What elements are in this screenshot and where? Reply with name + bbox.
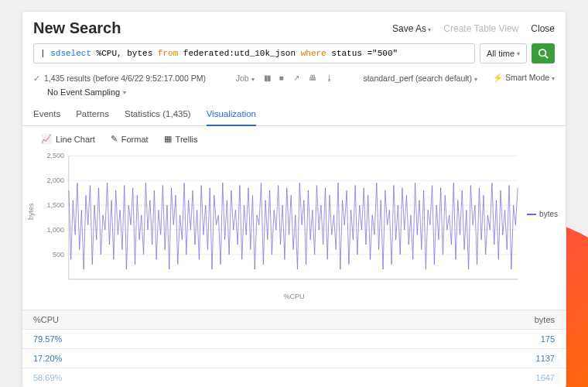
search-icon [538, 48, 549, 59]
save-as-menu[interactable]: Save As ▾ [392, 23, 431, 34]
table-row[interactable]: 17.20% 1137 [22, 349, 566, 368]
svg-text:1,000: 1,000 [46, 226, 63, 234]
share-icon[interactable]: ↗ [293, 74, 299, 82]
y-axis-label: bytes [27, 203, 35, 220]
svg-text:500: 500 [53, 251, 64, 259]
svg-point-0 [539, 50, 546, 57]
event-sampling-menu[interactable]: No Event Sampling ▾ [22, 86, 566, 103]
tab-events[interactable]: Events [33, 103, 60, 125]
search-mode[interactable]: ⚡ Smart Mode ▾ [493, 73, 555, 83]
job-menu[interactable]: Job ▾ [236, 74, 255, 83]
format-button[interactable]: ✎ Format [111, 134, 149, 144]
caret-down-icon: ▾ [517, 50, 520, 57]
pause-icon[interactable]: ▮▮ [264, 74, 270, 82]
trellis-button[interactable]: ▦ Trellis [164, 134, 198, 144]
svg-text:2,000: 2,000 [46, 176, 63, 184]
page-title: New Search [33, 19, 121, 37]
tab-statistics[interactable]: Statistics (1,435) [125, 103, 191, 125]
table-row[interactable]: 79.57% 175 [22, 330, 566, 349]
close-button[interactable]: Close [531, 23, 555, 34]
save-as-label: Save As [392, 23, 426, 34]
line-chart-icon: 📈 [41, 134, 52, 144]
result-tabs: Events Patterns Statistics (1,435) Visua… [22, 103, 566, 126]
check-icon: ✓ [33, 74, 40, 83]
bolt-icon: ⚡ [493, 73, 503, 82]
results-table: %CPU bytes 79.57% 175 17.20% 1137 58.69%… [22, 310, 566, 387]
header-actions: Save As ▾ Create Table View Close [392, 23, 555, 34]
workload-pool[interactable]: standard_perf (search default) ▾ [363, 74, 477, 83]
create-table-view-link: Create Table View [443, 23, 518, 34]
caret-down-icon: ▾ [426, 26, 431, 33]
panel-header: New Search Save As ▾ Create Table View C… [22, 12, 566, 43]
chart-legend: bytes [527, 210, 558, 218]
search-input[interactable]: | sdselect %CPU, bytes from federated:ut… [33, 43, 475, 63]
col-header-bytes[interactable]: bytes [319, 310, 566, 330]
stop-icon[interactable]: ■ [279, 74, 284, 82]
caret-down-icon: ▾ [552, 75, 555, 82]
keyword-from: from [158, 49, 178, 58]
caret-down-icon: ▾ [474, 76, 477, 83]
svg-text:1,500: 1,500 [46, 201, 63, 209]
tab-visualization[interactable]: Visualization [207, 103, 256, 126]
legend-label: bytes [539, 210, 558, 218]
search-row: | sdselect %CPU, bytes from federated:ut… [22, 43, 566, 70]
chart-area: bytes 5001,0001,5002,0002,500 bytes %CPU [22, 152, 566, 310]
keyword-sdselect: sdselect [50, 49, 91, 58]
time-range-label: All time [487, 49, 514, 58]
chart-toolbar: 📈 Line Chart ✎ Format ▦ Trellis [22, 126, 566, 152]
pencil-icon: ✎ [111, 134, 118, 144]
download-icon[interactable]: ⭳ [326, 74, 333, 82]
chart-type-selector[interactable]: 📈 Line Chart [41, 134, 95, 144]
table-row[interactable]: 58.69% 1647 [22, 368, 566, 388]
results-count: 1,435 results (before 4/6/22 9:52:17.000… [44, 74, 206, 83]
status-bar: ✓ 1,435 results (before 4/6/22 9:52:17.0… [22, 70, 566, 86]
caret-down-icon: ▾ [123, 89, 126, 96]
print-icon[interactable]: 🖶 [309, 74, 316, 82]
caret-down-icon: ▾ [251, 76, 255, 83]
time-range-picker[interactable]: All time ▾ [480, 43, 527, 63]
col-header-cpu[interactable]: %CPU [22, 310, 319, 330]
trellis-icon: ▦ [164, 134, 172, 144]
svg-line-1 [545, 56, 549, 59]
search-panel: New Search Save As ▾ Create Table View C… [22, 11, 566, 387]
svg-text:2,500: 2,500 [46, 152, 63, 159]
run-search-button[interactable] [532, 43, 555, 63]
legend-swatch [527, 214, 536, 215]
x-axis-label: %CPU [32, 291, 556, 305]
line-chart: 5001,0001,5002,0002,500 [32, 152, 556, 291]
tab-patterns[interactable]: Patterns [76, 103, 109, 125]
keyword-where: where [301, 49, 326, 58]
